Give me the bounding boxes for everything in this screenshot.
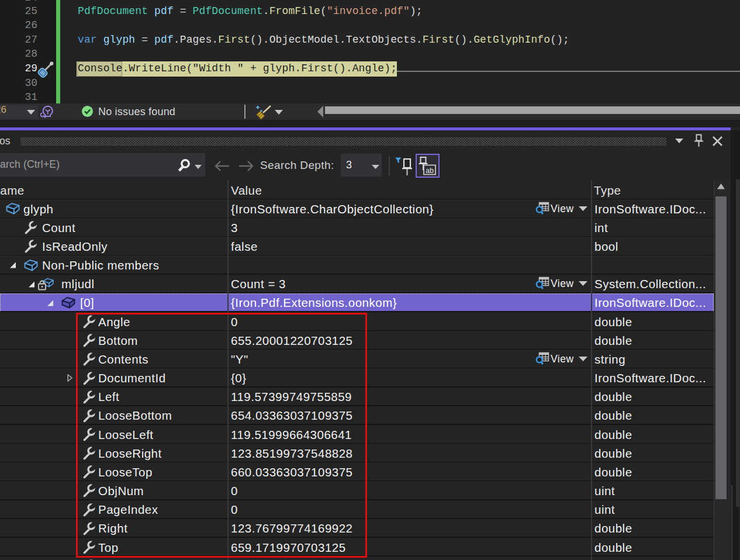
svg-text:ab: ab xyxy=(426,167,434,175)
